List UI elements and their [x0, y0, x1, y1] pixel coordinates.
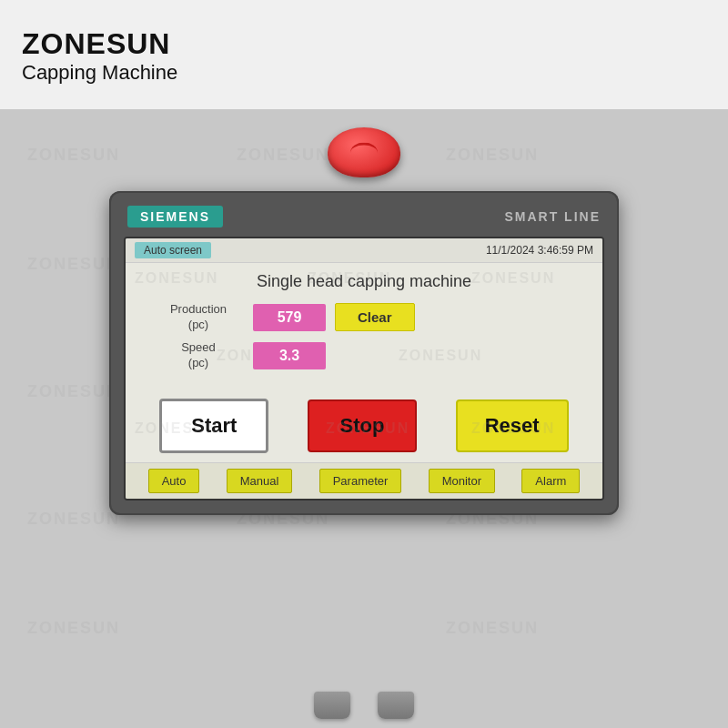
stop-button[interactable]: Stop [308, 399, 417, 452]
action-buttons: Start Stop Reset [126, 389, 602, 462]
reset-button[interactable]: Reset [456, 399, 569, 452]
data-section: Production (pc) 579 Clear Speed (pc) 3.3 [126, 298, 602, 389]
datetime-display: 11/1/2024 3:46:59 PM [486, 244, 593, 257]
foot-right [378, 692, 414, 719]
speed-row: Speed (pc) 3.3 [144, 340, 584, 371]
smart-line-label: SMART LINE [504, 209, 601, 224]
branding-section: ZONESUN Capping Machine [0, 0, 728, 109]
production-row: Production (pc) 579 Clear [144, 302, 584, 333]
screen-header: Auto screen 11/1/2024 3:46:59 PM [126, 238, 602, 263]
machine-body: ZONESUN ZONESUN ZONESUN ZONESUN ZONESUN … [0, 109, 728, 728]
production-label: Production (pc) [144, 302, 253, 333]
clear-button[interactable]: Clear [335, 303, 415, 331]
foot-left [314, 692, 350, 719]
watermark: ZONESUN [446, 619, 539, 638]
machine-title: Single head capping machine [126, 263, 602, 298]
tab-parameter[interactable]: Parameter [319, 469, 402, 493]
speed-label: Speed (pc) [144, 340, 253, 371]
start-button[interactable]: Start [159, 399, 268, 453]
watermark: ZONESUN [27, 619, 120, 638]
speed-value: 3.3 [253, 342, 326, 369]
brand-subtitle: Capping Machine [22, 61, 706, 85]
watermark: ZONESUN [27, 382, 120, 401]
watermark: ZONESUN [27, 146, 120, 165]
siemens-header: SIEMENS SMART LINE [124, 206, 604, 228]
watermark: ZONESUN [27, 510, 120, 529]
hmi-screen[interactable]: ZONESUN ZONESUN ZONESUN ZONESUN ZONESUN … [124, 237, 604, 500]
tab-monitor[interactable]: Monitor [429, 469, 495, 493]
auto-screen-badge: Auto screen [135, 242, 211, 258]
tab-manual[interactable]: Manual [227, 469, 293, 493]
machine-feet [314, 692, 414, 719]
watermark: ZONESUN [27, 255, 120, 274]
nav-tabs: Auto Manual Parameter Monitor Alarm [126, 462, 602, 499]
tab-alarm[interactable]: Alarm [521, 469, 580, 493]
siemens-logo: SIEMENS [127, 206, 223, 228]
hmi-panel: SIEMENS SMART LINE ZONESUN ZONESUN ZONES… [109, 191, 619, 515]
watermark: ZONESUN [446, 146, 539, 165]
brand-name: ZONESUN [22, 27, 706, 61]
production-value: 579 [253, 304, 326, 331]
tab-auto[interactable]: Auto [148, 469, 200, 493]
watermark: ZONESUN [237, 146, 329, 165]
emergency-stop-button[interactable] [328, 127, 400, 177]
